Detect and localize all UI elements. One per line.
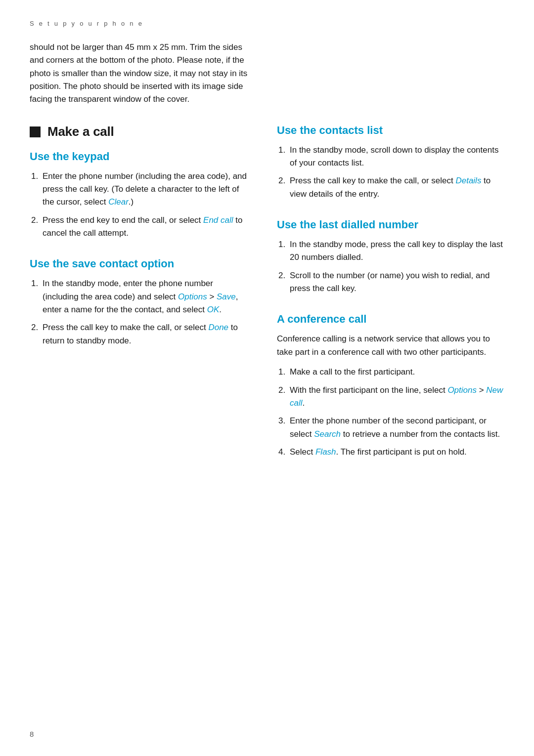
list-item: Press the call key to make the call, or … <box>288 174 504 201</box>
save-contact-list: In the standby mode, enter the phone num… <box>30 277 247 347</box>
conference-call-intro: Conference calling is a network service … <box>277 333 504 359</box>
search-link: Search <box>314 429 341 439</box>
subsection-contacts-list: Use the contacts list In the standby mod… <box>277 124 504 201</box>
options-link-2: Options <box>447 385 477 395</box>
details-link: Details <box>455 176 481 185</box>
subsection-use-keypad: Use the keypad Enter the phone number (i… <box>30 150 247 240</box>
contacts-list-ol: In the standby mode, scroll down to disp… <box>277 144 504 201</box>
header-label: S e t u p y o u r p h o n e <box>30 20 504 27</box>
save-link: Save <box>217 292 236 301</box>
list-item: Scroll to the number (or name) you wish … <box>288 269 504 295</box>
end-call-link: End call <box>203 215 233 225</box>
section-box-icon <box>30 126 41 137</box>
done-link: Done <box>208 323 228 332</box>
flash-link: Flash <box>315 447 336 457</box>
clear-link: Clear <box>108 197 129 207</box>
last-dialled-title: Use the last dialled number <box>277 218 504 231</box>
options-link-1: Options <box>178 292 207 301</box>
list-item: Enter the phone number (including the ar… <box>41 170 247 209</box>
left-column: Make a call Use the keypad Enter the pho… <box>30 124 247 365</box>
list-item: In the standby mode, press the call key … <box>288 238 504 264</box>
ok-link: OK <box>207 305 220 314</box>
subsection-last-dialled: Use the last dialled number In the stand… <box>277 218 504 295</box>
right-column: Use the contacts list In the standby mod… <box>277 124 504 477</box>
list-item: Press the end key to end the call, or se… <box>41 214 247 240</box>
list-item: In the standby mode, enter the phone num… <box>41 277 247 316</box>
list-item: Enter the phone number of the second par… <box>288 415 504 441</box>
save-contact-title: Use the save contact option <box>30 257 247 270</box>
use-keypad-title: Use the keypad <box>30 150 247 163</box>
list-item: With the first participant on the line, … <box>288 384 504 410</box>
subsection-conference-call: A conference call Conference calling is … <box>277 313 504 459</box>
conference-call-ol: Make a call to the first participant. Wi… <box>277 366 504 459</box>
last-dialled-ol: In the standby mode, press the call key … <box>277 238 504 295</box>
subsection-save-contact: Use the save contact option In the stand… <box>30 257 247 347</box>
list-item: Press the call key to make the call, or … <box>41 321 247 347</box>
list-item: In the standby mode, scroll down to disp… <box>288 144 504 170</box>
contacts-list-title: Use the contacts list <box>277 124 504 137</box>
page-number: 8 <box>30 730 34 738</box>
list-item: Make a call to the first participant. <box>288 366 504 378</box>
two-column-layout: Make a call Use the keypad Enter the pho… <box>30 124 504 477</box>
intro-text: should not be larger than 45 mm x 25 mm.… <box>30 41 257 106</box>
conference-call-title: A conference call <box>277 313 504 326</box>
make-a-call-title: Make a call <box>47 124 114 139</box>
make-a-call-title-box: Make a call <box>30 124 247 139</box>
use-keypad-list: Enter the phone number (including the ar… <box>30 170 247 240</box>
list-item: Select Flash. The first participant is p… <box>288 446 504 459</box>
page: S e t u p y o u r p h o n e should not b… <box>0 0 534 756</box>
